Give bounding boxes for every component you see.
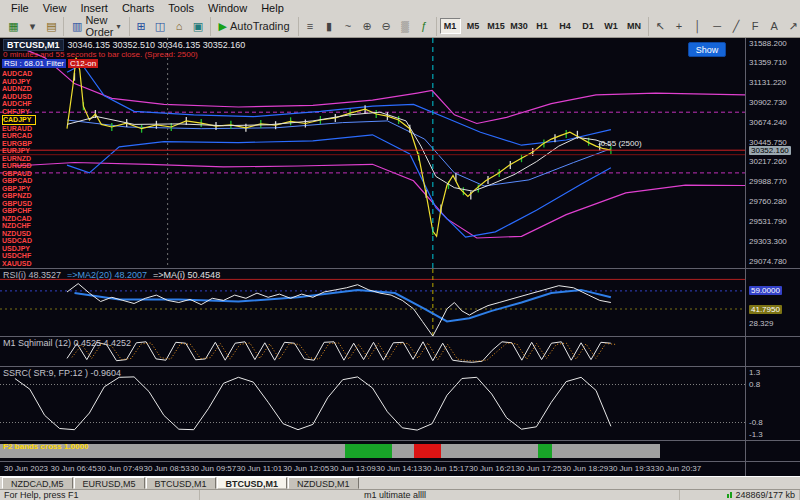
time-axis-label[interactable]: 30 Jun 13:09	[330, 464, 376, 473]
symbol-item-usdjpy[interactable]: USDJPY	[2, 245, 46, 253]
chart-tab-btcusd-m1[interactable]: BTCUSD,M1	[217, 477, 288, 489]
timeframe-mn-button[interactable]: MN	[624, 18, 645, 34]
text-label-icon: A	[770, 21, 777, 32]
chart-tab-nzdusd-m1[interactable]: NZDUSD,M1	[288, 477, 359, 489]
menu-help[interactable]: Help	[254, 2, 291, 14]
chart-tab-eurusd-m5[interactable]: EURUSD,M5	[74, 477, 145, 489]
time-axis-label[interactable]: 30 Jun 09:57	[190, 464, 236, 473]
rsi-indicator-pane[interactable]: RSI(i) 48.3527=>MA2(20) 48.2007=>MA(i) 5…	[0, 269, 800, 337]
crosshair-icon[interactable]: +	[671, 18, 688, 35]
symbol-item-gbpjpy[interactable]: GBPJPY	[2, 185, 46, 193]
new-order-button[interactable]: ▥New Order▾	[67, 18, 126, 35]
symbol-item-xauusd[interactable]: XAUUSD	[2, 260, 46, 268]
timeframe-m15-button[interactable]: M15	[486, 18, 507, 34]
time-axis-label[interactable]: 30 Jun 06:45	[51, 464, 97, 473]
time-axis-label[interactable]: 30 Jun 14:13	[376, 464, 422, 473]
timeframe-m1-button[interactable]: M1	[440, 18, 461, 34]
symbol-item-usdcad[interactable]: USDCAD	[2, 237, 46, 245]
menu-view[interactable]: View	[36, 2, 74, 14]
chart-tab-nzdcad-m5[interactable]: NZDCAD,M5	[2, 477, 73, 489]
tile-windows-icon[interactable]: ▒	[397, 18, 414, 35]
candlestick-chart-icon[interactable]: ▮	[321, 18, 338, 35]
timeframe-h1-button[interactable]: H1	[532, 18, 553, 34]
symbol-item-nzdcad[interactable]: NZDCAD	[2, 215, 46, 223]
symbol-item-usdchf[interactable]: USDCHF	[2, 252, 46, 260]
menu-tools[interactable]: Tools	[161, 2, 201, 14]
time-axis-label[interactable]: 30 Jun 2023	[4, 464, 48, 473]
chart-tab-btcusd-m1[interactable]: BTCUSD,M1	[146, 477, 216, 489]
symbol-item-eurnzd[interactable]: EURNZD	[2, 155, 46, 163]
symbol-item-gbpaud[interactable]: GBPAUD	[2, 170, 46, 178]
timeframe-w1-button[interactable]: W1	[601, 18, 622, 34]
symbol-item-cadjpy[interactable]: CADJPY	[2, 115, 36, 125]
symbol-item-audcad[interactable]: AUDCAD	[2, 70, 46, 78]
symbol-item-audnzd[interactable]: AUDNZD	[2, 85, 46, 93]
market-watch-icon[interactable]: ⊞	[133, 18, 150, 35]
symbol-item-gbpusd[interactable]: GBPUSD	[2, 200, 46, 208]
chart-list-icon[interactable]: ▾	[24, 18, 41, 35]
bar-chart-icon[interactable]: ≡	[302, 18, 319, 35]
time-axis-label[interactable]: 30 Jun 19:33	[609, 464, 655, 473]
zoom-out-icon[interactable]: ⊖	[378, 18, 395, 35]
line-chart-icon[interactable]: ~	[340, 18, 357, 35]
symbol-item-euraud[interactable]: EURAUD	[2, 125, 46, 133]
market-watch-icon: ⊞	[136, 21, 145, 32]
timeframe-m5-button[interactable]: M5	[463, 18, 484, 34]
time-axis-label[interactable]: 30 Jun 17:25	[516, 464, 562, 473]
squeeze-indicator-pane[interactable]: M1 Sqhimail (12) 0.4525 4.4252	[0, 337, 800, 367]
zoom-in-icon[interactable]: ⊕	[359, 18, 376, 35]
time-axis-label[interactable]: 30 Jun 18:29	[562, 464, 608, 473]
horizontal-line-icon[interactable]: ─	[709, 18, 726, 35]
symbol-item-nzdusd[interactable]: NZDUSD	[2, 230, 46, 238]
price-axis-label: 31359.710	[749, 58, 787, 67]
autotrading-button[interactable]: ▶AutoTrading	[214, 18, 295, 35]
timeframe-d1-button[interactable]: D1	[578, 18, 599, 34]
navigator-icon[interactable]: ⌂	[171, 18, 188, 35]
show-button[interactable]: Show	[688, 42, 726, 57]
symbol-item-audjpy[interactable]: AUDJPY	[2, 78, 46, 86]
time-axis-label[interactable]: 30 Jun 16:21	[469, 464, 515, 473]
vertical-line-icon[interactable]: │	[690, 18, 707, 35]
symbol-item-chfjpy[interactable]: CHFJPY	[2, 108, 46, 116]
symbol-item-gbpnzd[interactable]: GBPNZD	[2, 192, 46, 200]
symbol-item-eurgbp[interactable]: EURGBP	[2, 140, 46, 148]
timeframe-h4-button[interactable]: H4	[555, 18, 576, 34]
fibonacci-icon: F	[752, 21, 759, 32]
menu-insert[interactable]: Insert	[73, 2, 115, 14]
time-axis-label[interactable]: 30 Jun 15:17	[423, 464, 469, 473]
profiles-icon[interactable]: ▤	[43, 18, 60, 35]
time-axis-label[interactable]: 30 Jun 12:05	[283, 464, 329, 473]
terminal-icon[interactable]: ▣	[190, 18, 207, 35]
time-axis-label[interactable]: 30 Jun 08:53	[144, 464, 190, 473]
indicators-icon[interactable]: ƒ	[416, 18, 433, 35]
squeeze-pane-label: M1 Sqhimail (12) 0.4525 4.4252	[3, 338, 131, 348]
time-axis-label[interactable]: 30 Jun 20:37	[655, 464, 701, 473]
symbol-item-eurjpy[interactable]: EURJPY	[2, 147, 46, 155]
menu-charts[interactable]: Charts	[115, 2, 161, 14]
symbol-item-audchf[interactable]: AUDCHF	[2, 100, 46, 108]
time-axis-label[interactable]: 30 Jun 11:01	[237, 464, 283, 473]
terminal-icon: ▣	[193, 21, 203, 32]
symbol-item-gbpcad[interactable]: GBPCAD	[2, 177, 46, 185]
ssrc-indicator-pane[interactable]: SSRC( SR:9, FP:12 ) -0.9604	[0, 367, 800, 441]
symbol-item-gbpchf[interactable]: GBPCHF	[2, 207, 46, 215]
timeframe-m30-button[interactable]: M30	[509, 18, 530, 34]
time-axis[interactable]: 30 Jun 202330 Jun 06:4530 Jun 07:4930 Ju…	[0, 462, 800, 476]
text-label-icon[interactable]: A	[766, 18, 783, 35]
new-chart-icon[interactable]: ▦	[5, 18, 22, 35]
symbol-item-audusd[interactable]: AUDUSD	[2, 93, 46, 101]
symbol-item-eurcad[interactable]: EURCAD	[2, 132, 46, 140]
arrows-icon[interactable]: ↗	[785, 18, 800, 35]
symbol-item-nzdchf[interactable]: NZDCHF	[2, 222, 46, 230]
cursor-icon[interactable]: ↖	[652, 18, 669, 35]
bands-cross-pane[interactable]: F2 bands cross 1.0000	[0, 441, 800, 462]
menu-window[interactable]: Window	[201, 2, 254, 14]
trendline-icon[interactable]: ╱	[728, 18, 745, 35]
data-window-icon[interactable]: ◫	[152, 18, 169, 35]
price-axis[interactable]: 31588.20031359.71031131.22030902.7303067…	[745, 38, 800, 476]
symbol-item-eurusd[interactable]: EURUSD	[2, 162, 46, 170]
menu-file[interactable]: File	[4, 2, 36, 14]
main-chart-pane[interactable]: BTCUSD,M1 30346.135 30352.510 30346.135 …	[0, 38, 800, 269]
fibonacci-icon[interactable]: F	[747, 18, 764, 35]
time-axis-label[interactable]: 30 Jun 07:49	[97, 464, 143, 473]
